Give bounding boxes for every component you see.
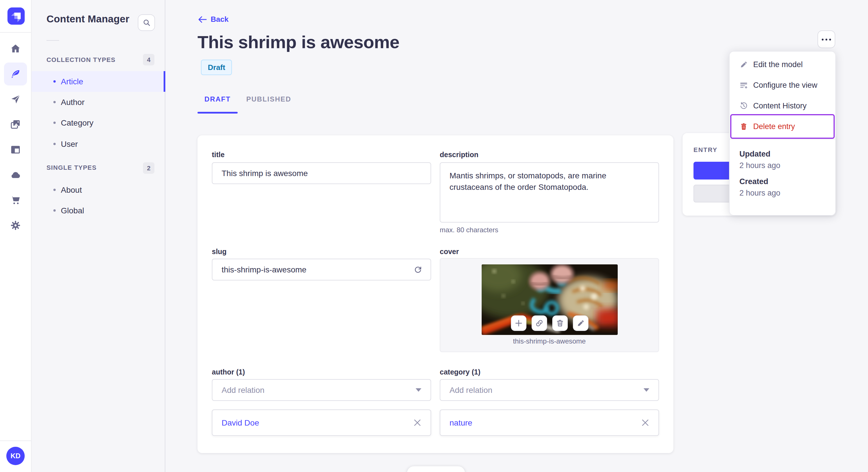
active-tab-indicator [197,112,238,113]
pencil-icon [577,319,585,328]
description-textarea[interactable]: Mantis shrimps, or stomatopods, are mari… [440,162,659,223]
home-icon [10,43,21,55]
field-label-cover: cover [440,248,459,256]
pencil-icon [739,60,748,69]
subnav-item-category[interactable]: Category [32,112,165,133]
slug-input[interactable] [222,265,413,274]
bullet-icon [53,80,56,82]
status-badge: Draft [201,60,232,75]
menu-item-edit-model[interactable]: Edit the model [730,54,835,74]
select-placeholder: Add relation [450,385,492,395]
bullet-icon [53,143,56,145]
entry-actions-menu: Edit the model Configure the view Conten… [729,51,836,216]
subnav-item-article[interactable]: Article [32,71,165,92]
bullet-icon [53,122,56,124]
relation-link-author[interactable]: David Doe [222,418,259,427]
main-navigation-rail: KD [0,0,32,472]
strapi-logo[interactable] [7,7,25,25]
subnav-item-about[interactable]: About [32,179,165,200]
slug-field [212,259,431,280]
cover-field: this-shrimp-is-awesome [440,258,659,352]
add-media-button[interactable] [511,315,526,331]
floating-toolbar-partial[interactable] [407,466,465,472]
trash-icon [739,122,748,131]
bullet-icon [53,209,56,212]
created-value: 2 hours ago [739,189,780,197]
updated-label: Updated [739,150,770,158]
media-library-icon [10,119,21,130]
remove-relation-icon[interactable] [413,419,422,427]
subnav-item-user[interactable]: User [32,134,165,154]
subnav-item-label: Author [61,98,85,107]
layout-icon [10,144,21,156]
delete-media-button[interactable] [552,315,568,331]
search-button[interactable] [138,14,155,31]
link-icon [535,319,544,328]
subnav-item-label: About [61,185,82,194]
menu-item-label: Configure the view [753,80,817,89]
category-relation-select[interactable]: Add relation [440,379,659,401]
user-avatar-initials: KD [11,452,21,460]
user-avatar[interactable]: KD [6,447,25,465]
regenerate-slug-icon[interactable] [413,265,423,274]
rail-divider [0,32,32,33]
menu-item-content-history[interactable]: Content History [730,95,835,116]
subnav-item-label: Global [61,206,84,215]
sidebar-item-content-type-builder[interactable] [4,138,27,161]
back-link[interactable]: Back [198,15,228,24]
sidebar-item-media-library[interactable] [4,113,27,136]
field-label-author: author (1) [212,368,245,376]
author-relation-select[interactable]: Add relation [212,379,431,401]
field-label-category: category (1) [440,368,480,376]
page-title: This shrimp is awesome [197,32,400,53]
subnav-item-author[interactable]: Author [32,92,165,112]
menu-item-label: Edit the model [753,60,803,69]
section-label-collection-types: COLLECTION TYPES [46,56,115,63]
cover-filename: this-shrimp-is-awesome [440,337,658,345]
tab-draft[interactable]: DRAFT [197,95,238,103]
more-actions-button[interactable] [817,30,835,48]
menu-item-delete-entry[interactable]: Delete entry [730,116,835,136]
sidebar-item-releases[interactable] [4,88,27,111]
single-types-count-badge: 2 [143,162,154,174]
rail-divider-bottom [0,440,32,441]
subnav-title: Content Manager [46,13,129,25]
field-label-description: description [440,151,478,159]
sidebar-item-cloud[interactable] [4,164,27,187]
field-label-slug: slug [212,248,226,256]
collection-types-count-badge: 4 [143,54,154,65]
subnav-item-label: Category [61,118,94,127]
search-icon [142,19,151,27]
trash-icon [556,319,564,328]
plus-icon [515,319,523,328]
subnav-item-global[interactable]: Global [32,200,165,221]
title-input[interactable] [212,162,431,184]
description-hint: max. 80 characters [440,226,498,234]
subnav-divider [46,40,59,41]
remove-relation-icon[interactable] [641,419,649,427]
bullet-icon [53,189,56,191]
category-relation-item: nature [440,409,659,436]
sidebar-item-home[interactable] [4,37,27,60]
back-label: Back [211,15,228,24]
menu-item-label: Content History [753,101,807,110]
copy-link-button[interactable] [532,315,547,331]
back-arrow-icon [198,16,207,23]
edit-form-card: title description Mantis shrimps, or sto… [197,135,673,453]
ellipsis-icon [822,38,831,40]
menu-item-configure-view[interactable]: Configure the view [730,74,835,95]
sidebar-item-settings[interactable] [4,214,27,237]
strapi-logo-mark [7,7,25,25]
content-manager-subnav: Content Manager COLLECTION TYPES 4 Artic… [32,0,165,472]
relation-link-category[interactable]: nature [450,418,472,427]
edit-media-button[interactable] [573,315,588,331]
field-label-title: title [212,151,224,159]
tab-published[interactable]: PUBLISHED [246,95,291,103]
subnav-item-label: Article [61,77,83,86]
author-relation-item: David Doe [212,409,431,436]
bullet-icon [53,101,56,103]
sidebar-item-marketplace[interactable] [4,189,27,212]
sidebar-item-content-manager[interactable] [4,63,27,86]
menu-item-label: Delete entry [753,122,795,131]
updated-value: 2 hours ago [739,161,780,170]
